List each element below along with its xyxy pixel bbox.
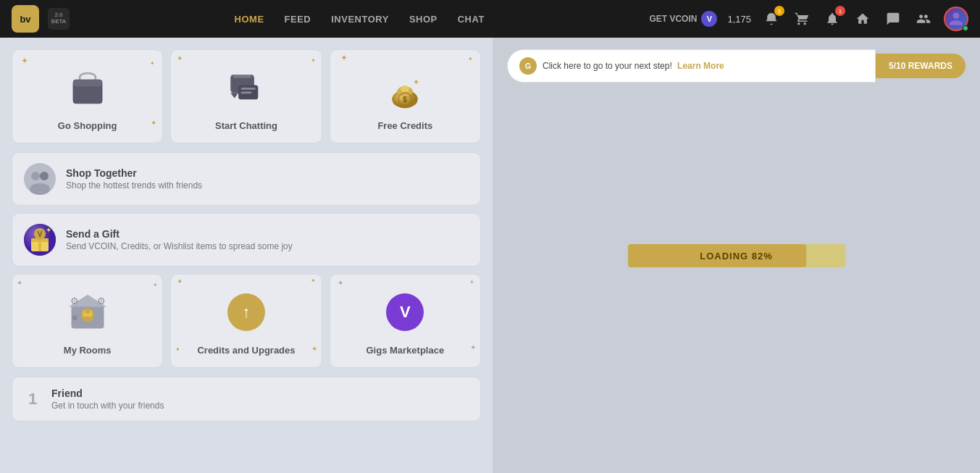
- svg-rect-26: [38, 238, 41, 251]
- loading-bar-label: LOADING 82%: [700, 250, 773, 261]
- rewards-button[interactable]: 5/10 REWARDS: [876, 54, 966, 78]
- svg-point-35: [83, 317, 92, 322]
- cart-button[interactable]: [792, 9, 812, 29]
- sparkle-15: ✦: [469, 279, 474, 285]
- nav-right: GET VCOIN V 1,175 $ 1: [649, 7, 968, 31]
- notif-badge: 1: [835, 6, 845, 16]
- avatar-container[interactable]: [944, 7, 968, 31]
- upload-arrow: ↑: [242, 303, 250, 322]
- svg-point-14: [401, 85, 409, 92]
- start-chatting-card[interactable]: ✦ ✦ Start Chatting: [170, 49, 322, 143]
- sparkle-6: ✦: [340, 53, 348, 63]
- sparkle-1: ✦: [21, 56, 28, 66]
- cart-icon: [795, 12, 809, 26]
- send-gift-title: Send a Gift: [66, 228, 293, 240]
- nav-shop[interactable]: SHOP: [409, 14, 437, 25]
- svg-text:$: $: [403, 95, 407, 104]
- left-panel: ✦ ✦ ✦ Go Shopping ✦ ✦: [0, 38, 493, 473]
- notification-button[interactable]: 1: [822, 9, 842, 29]
- svg-marker-6: [230, 93, 238, 98]
- nav-links: HOME FEED INVENTORY SHOP CHAT: [84, 14, 635, 25]
- reward-banner: G Click here to go to your next step! Le…: [507, 49, 966, 83]
- loading-bar-track: LOADING 82%: [628, 244, 845, 267]
- navbar: bv 2.0BETA HOME FEED INVENTORY SHOP CHAT…: [0, 0, 980, 38]
- svg-text:⚙: ⚙: [70, 296, 78, 306]
- sparkle-14: ✦: [338, 279, 343, 287]
- main-content: ✦ ✦ ✦ Go Shopping ✦ ✦: [0, 38, 980, 473]
- my-rooms-card[interactable]: ✦ ✦ ⚙ ⚙ ⊕ M: [12, 274, 163, 368]
- shop-together-title: Shop Together: [66, 167, 202, 179]
- nav-feed[interactable]: FEED: [285, 14, 311, 25]
- go-shopping-card[interactable]: ✦ ✦ ✦ Go Shopping: [12, 49, 163, 143]
- nav-home[interactable]: HOME: [235, 14, 264, 25]
- svg-point-34: [85, 308, 91, 314]
- shop-together-item[interactable]: Shop Together Shop the hottest trends wi…: [12, 152, 481, 206]
- chat-icon: [225, 67, 267, 109]
- free-credits-card[interactable]: ✦ ✦: [330, 49, 481, 143]
- svg-rect-9: [241, 91, 252, 93]
- reward-left[interactable]: G Click here to go to your next step! Le…: [507, 49, 876, 83]
- friend-text: Friend Get in touch with your friends: [51, 388, 164, 411]
- nav-beta-badge: 2.0BETA: [48, 8, 70, 30]
- svg-point-19: [31, 172, 40, 180]
- loading-bar-container: LOADING 82%: [628, 244, 845, 267]
- bell-button[interactable]: $: [761, 9, 782, 29]
- house-icon: [855, 12, 870, 26]
- people-icon: [916, 12, 931, 26]
- get-vcoin-label: GET VCOIN: [649, 14, 697, 24]
- go-shopping-icon-container: ✦ ✦ ✦: [62, 62, 113, 113]
- send-gift-desc: Send VCOIN, Credits, or Wishlist items t…: [66, 241, 293, 251]
- vcoin-icon: V: [701, 11, 717, 27]
- svg-text:V: V: [38, 230, 43, 238]
- my-rooms-icon-container: ✦ ✦ ⚙ ⚙ ⊕: [62, 287, 113, 338]
- bottom-cards-row: ✦ ✦ ⚙ ⚙ ⊕ M: [12, 274, 481, 368]
- get-vcoin-button[interactable]: GET VCOIN V: [649, 11, 717, 27]
- bell-badge: $: [774, 6, 784, 16]
- svg-text:⊕: ⊕: [71, 314, 77, 322]
- upload-icon: ↑: [223, 289, 269, 335]
- top-cards-row: ✦ ✦ ✦ Go Shopping ✦ ✦: [12, 49, 481, 143]
- nav-inventory[interactable]: INVENTORY: [331, 14, 389, 25]
- friend-row[interactable]: 1 Friend Get in touch with your friends: [12, 377, 481, 422]
- send-gift-icon: V ✦: [24, 224, 56, 256]
- right-panel: G Click here to go to your next step! Le…: [493, 38, 980, 473]
- svg-point-20: [40, 172, 49, 180]
- sparkle-8: ✦: [17, 279, 22, 287]
- upload-circle: ↑: [227, 293, 265, 331]
- reward-g-icon: G: [519, 57, 537, 75]
- svg-text:✦: ✦: [46, 226, 51, 234]
- send-gift-item[interactable]: V ✦ Send a Gift Send VCOIN, Credits, or …: [12, 213, 481, 267]
- gigs-circle: V: [386, 293, 424, 331]
- home-nav-button[interactable]: [853, 9, 873, 29]
- chat-nav-button[interactable]: [883, 9, 903, 29]
- learn-more-link[interactable]: Learn More: [677, 61, 724, 71]
- sparkle-9: ✦: [153, 282, 158, 288]
- send-gift-svg: V ✦: [24, 224, 56, 256]
- sparkle-5: ✦: [311, 57, 316, 64]
- svg-text:⚙: ⚙: [97, 296, 106, 306]
- gigs-marketplace-label: Gigs Marketplace: [366, 345, 444, 356]
- gigs-marketplace-icon-container: ✦ ✦ ✦ V: [380, 287, 430, 338]
- chat-bubble-icon: [886, 12, 900, 26]
- free-credits-icon-container: ✦ ✦: [380, 62, 430, 113]
- credits-upgrades-card[interactable]: ✦ ✦ ✦ ✦ ↑ Credits and Upgrades: [170, 274, 322, 368]
- sparkle-7: ✦: [468, 56, 473, 62]
- people-button[interactable]: [913, 9, 934, 29]
- nav-chat[interactable]: CHAT: [458, 14, 485, 25]
- shopping-bag-icon: [67, 67, 109, 109]
- free-credits-label: Free Credits: [377, 120, 432, 131]
- gigs-marketplace-card[interactable]: ✦ ✦ ✦ V Gigs Marketplace: [330, 274, 481, 368]
- my-rooms-label: My Rooms: [64, 345, 112, 356]
- online-indicator: [963, 25, 968, 31]
- shop-together-text: Shop Together Shop the hottest trends wi…: [66, 167, 202, 191]
- start-chatting-label: Start Chatting: [215, 120, 277, 131]
- svg-text:✦: ✦: [413, 78, 419, 86]
- svg-point-21: [30, 183, 50, 195]
- friend-number: 1: [24, 390, 41, 409]
- friend-desc: Get in touch with your friends: [51, 401, 164, 411]
- nav-logo[interactable]: bv: [12, 5, 39, 33]
- shop-together-desc: Shop the hottest trends with friends: [66, 180, 202, 191]
- send-gift-text: Send a Gift Send VCOIN, Credits, or Wish…: [66, 228, 293, 251]
- svg-rect-5: [233, 75, 251, 78]
- shop-together-icon: [24, 163, 56, 195]
